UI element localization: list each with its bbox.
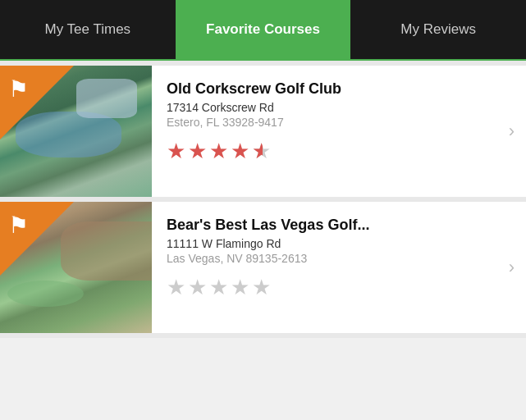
tab-bar: My Tee Times Favorite Courses My Reviews (0, 0, 526, 61)
chevron-icon: › (509, 121, 515, 142)
tab-my-reviews[interactable]: My Reviews (350, 0, 526, 59)
star-1: ★ (167, 140, 185, 162)
tab-my-tee-times[interactable]: My Tee Times (0, 0, 176, 59)
course-image-container: ⚑ (0, 66, 152, 197)
flag-overlay-2: ⚑ (0, 202, 74, 276)
course-name-2: Bear's Best Las Vegas Golf... (167, 217, 513, 234)
course-list: ⚑ Old Corkscrew Golf Club 17314 Corkscre… (0, 61, 526, 338)
flag-icon: ⚑ (8, 75, 29, 103)
star-3: ★ (209, 140, 228, 162)
course-address1-2: 11111 W Flamingo Rd (167, 237, 513, 250)
star-4: ★ (231, 140, 249, 162)
course-stars-2: ★ ★ ★ ★ ★ (167, 276, 513, 298)
flag-overlay: ⚑ (0, 66, 74, 139)
course-stars: ★ ★ ★ ★ ★ ★ (167, 140, 513, 162)
course-address2-2: Las Vegas, NV 89135-2613 (167, 252, 513, 265)
chevron-icon-2: › (509, 257, 515, 278)
star-b4: ★ (231, 276, 249, 298)
star-5-half: ★ ★ (252, 140, 273, 162)
star-b1: ★ (167, 276, 185, 298)
course-name: Old Corkscrew Golf Club (167, 80, 513, 98)
course-card-bears-best[interactable]: ⚑ Bear's Best Las Vegas Golf... 11111 W … (0, 202, 526, 333)
course-info: Old Corkscrew Golf Club 17314 Corkscrew … (152, 66, 526, 197)
flag-icon-2: ⚑ (8, 212, 29, 239)
course-address1: 17314 Corkscrew Rd (167, 101, 513, 114)
course-info-2: Bear's Best Las Vegas Golf... 11111 W Fl… (152, 202, 526, 333)
course-address2: Estero, FL 33928-9417 (167, 116, 513, 129)
star-b3: ★ (209, 276, 228, 298)
course-image-container-2: ⚑ (0, 202, 152, 333)
star-b5: ★ (252, 276, 271, 298)
course-card-old-corkscrew[interactable]: ⚑ Old Corkscrew Golf Club 17314 Corkscre… (0, 66, 526, 197)
star-2: ★ (188, 140, 207, 162)
star-b2: ★ (188, 276, 207, 298)
tab-favorite-courses[interactable]: Favorite Courses (176, 0, 351, 59)
